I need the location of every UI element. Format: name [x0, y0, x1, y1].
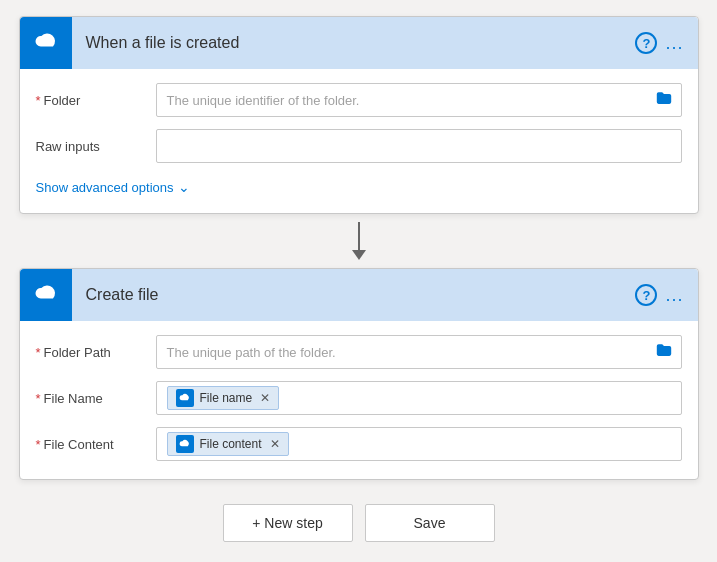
trigger-card-title: When a file is created [72, 34, 636, 52]
file-name-chip-label: File name [200, 391, 253, 405]
action-folder-path-input-wrapper[interactable]: The unique path of the folder. [156, 335, 682, 369]
action-file-name-label: *File Name [36, 391, 156, 406]
chevron-down-icon: ⌄ [178, 179, 190, 195]
trigger-folder-label: *Folder [36, 93, 156, 108]
file-content-chip-close[interactable]: ✕ [270, 437, 280, 451]
trigger-raw-inputs-row: Raw inputs [36, 129, 682, 163]
arrow-line [358, 222, 360, 250]
action-card-actions: ? ... [635, 284, 697, 306]
trigger-folder-icon-button[interactable] [655, 90, 673, 111]
action-folder-required: * [36, 345, 41, 360]
trigger-raw-inputs-label: Raw inputs [36, 139, 156, 154]
trigger-folder-input-wrapper[interactable]: The unique identifier of the folder. [156, 83, 682, 117]
file-name-chip[interactable]: File name ✕ [167, 386, 280, 410]
action-folder-path-label: *Folder Path [36, 345, 156, 360]
trigger-card-body: *Folder The unique identifier of the fol… [20, 69, 698, 213]
arrow-connector [352, 214, 366, 268]
show-advanced-label: Show advanced options [36, 180, 174, 195]
action-file-content-required: * [36, 437, 41, 452]
trigger-card: When a file is created ? ... *Folder The… [19, 16, 699, 214]
action-file-content-input-wrapper[interactable]: File content ✕ [156, 427, 682, 461]
action-card-title: Create file [72, 286, 636, 304]
action-folder-path-placeholder: The unique path of the folder. [167, 345, 671, 360]
show-advanced-button[interactable]: Show advanced options ⌄ [36, 175, 190, 199]
file-name-chip-icon [176, 389, 194, 407]
action-folder-path-row: *Folder Path The unique path of the fold… [36, 335, 682, 369]
action-card-header: Create file ? ... [20, 269, 698, 321]
trigger-folder-row: *Folder The unique identifier of the fol… [36, 83, 682, 117]
trigger-card-header: When a file is created ? ... [20, 17, 698, 69]
trigger-card-icon [20, 17, 72, 69]
trigger-raw-inputs-input-wrapper[interactable] [156, 129, 682, 163]
trigger-more-button[interactable]: ... [665, 33, 683, 54]
action-card-body: *Folder Path The unique path of the fold… [20, 321, 698, 479]
action-file-content-row: *File Content File content ✕ [36, 427, 682, 461]
trigger-folder-required: * [36, 93, 41, 108]
arrow-head [352, 250, 366, 260]
file-content-chip[interactable]: File content ✕ [167, 432, 289, 456]
action-more-button[interactable]: ... [665, 285, 683, 306]
file-content-chip-icon [176, 435, 194, 453]
action-card: Create file ? ... *Folder Path The uniqu… [19, 268, 699, 480]
trigger-folder-placeholder: The unique identifier of the folder. [167, 93, 671, 108]
trigger-help-button[interactable]: ? [635, 32, 657, 54]
file-content-chip-label: File content [200, 437, 262, 451]
action-file-name-row: *File Name File name ✕ [36, 381, 682, 415]
action-file-name-required: * [36, 391, 41, 406]
action-help-button[interactable]: ? [635, 284, 657, 306]
bottom-actions: + New step Save [19, 504, 699, 542]
new-step-button[interactable]: + New step [223, 504, 353, 542]
action-file-name-input-wrapper[interactable]: File name ✕ [156, 381, 682, 415]
save-button[interactable]: Save [365, 504, 495, 542]
action-card-icon [20, 269, 72, 321]
trigger-card-actions: ? ... [635, 32, 697, 54]
file-name-chip-close[interactable]: ✕ [260, 391, 270, 405]
action-folder-icon-button[interactable] [655, 342, 673, 363]
action-file-content-label: *File Content [36, 437, 156, 452]
trigger-raw-inputs-input[interactable] [167, 139, 671, 154]
